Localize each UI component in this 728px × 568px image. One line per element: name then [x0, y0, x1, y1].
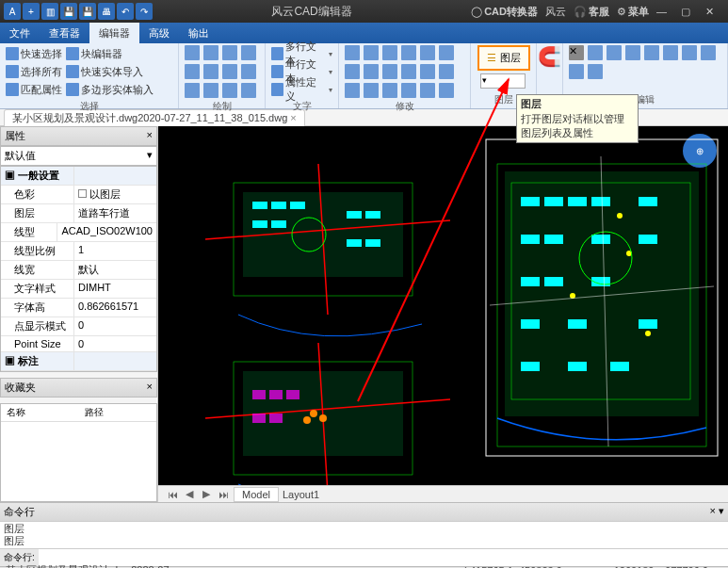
save-icon[interactable]: 💾 — [60, 3, 77, 20]
align-icon[interactable] — [420, 83, 435, 98]
draw-line-icon[interactable] — [185, 45, 200, 60]
table-row[interactable]: 线型ACAD_ISO02W100 — [1, 223, 156, 242]
match-props-button[interactable]: 匹配属性 — [6, 81, 62, 98]
select-all-button[interactable]: 选择所有 — [6, 63, 62, 80]
draw-ellipse-icon[interactable] — [203, 64, 218, 79]
pedit-icon[interactable] — [439, 83, 454, 98]
draw-poly-icon[interactable] — [185, 64, 200, 79]
tab-close-icon[interactable]: × — [290, 112, 296, 123]
scale-icon[interactable] — [420, 45, 435, 60]
explode-icon[interactable] — [382, 83, 397, 98]
undo-icon[interactable]: ↶ — [117, 3, 134, 20]
tab-viewer[interactable]: 查看器 — [40, 23, 89, 43]
command-header[interactable]: 命令行× ▾ — [0, 503, 728, 522]
fav-col-path[interactable]: 路径 — [79, 404, 157, 422]
ribbon-group-modify: 修改 — [339, 43, 471, 108]
chamfer-icon[interactable] — [401, 64, 416, 79]
draw-arc-icon[interactable] — [222, 45, 237, 60]
tab-advanced[interactable]: 高级 — [139, 23, 179, 43]
tab-export[interactable]: 输出 — [179, 23, 218, 43]
table-row[interactable]: 文字样式DIMHT — [1, 280, 156, 299]
fav-col-name[interactable]: 名称 — [1, 404, 79, 422]
props-icon[interactable] — [644, 45, 659, 60]
join-icon[interactable] — [364, 83, 379, 98]
draw-rect-icon[interactable] — [203, 45, 218, 60]
tab-model[interactable]: Model — [234, 487, 279, 502]
table-row[interactable]: 色彩 以图层 — [1, 186, 156, 204]
converter-link[interactable]: ◯ CAD转换器 — [471, 5, 538, 19]
fav-panel-header[interactable]: 收藏夹× — [0, 378, 157, 398]
panel-close-icon[interactable]: × ▾ — [710, 505, 724, 519]
attrdef-button[interactable]: 属性定义 — [271, 81, 332, 98]
table-row[interactable]: 字体高0.862661571 — [1, 299, 156, 317]
block-editor-button[interactable]: 块编辑器 — [66, 45, 154, 62]
tab-editor[interactable]: 编辑器 — [89, 23, 139, 43]
print-icon[interactable]: 🖶 — [98, 3, 115, 20]
edit4-icon[interactable] — [569, 64, 584, 79]
panel-close-icon[interactable]: × — [147, 381, 153, 395]
edit1-icon[interactable] — [663, 45, 678, 60]
close-button[interactable]: ✕ — [705, 6, 722, 18]
draw-point-icon[interactable] — [241, 64, 256, 79]
offset-icon[interactable] — [420, 64, 435, 79]
menu-link[interactable]: ⚙ 菜单 — [617, 5, 649, 19]
trim-icon[interactable] — [345, 64, 360, 79]
magnet-icon[interactable]: 🧲 — [538, 45, 561, 68]
draw-hatch-icon[interactable] — [185, 83, 200, 98]
tab-prev-icon[interactable]: ◀ — [183, 488, 196, 500]
edit5-icon[interactable] — [588, 64, 603, 79]
array-icon[interactable] — [439, 64, 454, 79]
fillet-icon[interactable] — [382, 64, 397, 79]
tab-first-icon[interactable]: ⏮ — [166, 489, 179, 500]
poly-entity-button[interactable]: 多边形实体输入 — [66, 81, 154, 98]
table-row[interactable]: Point Size0 — [1, 336, 156, 352]
draw-dim-icon[interactable] — [241, 83, 256, 98]
redo-icon[interactable]: ↷ — [136, 3, 153, 20]
edit2-icon[interactable] — [682, 45, 697, 60]
support-link[interactable]: 🎧 客服 — [574, 5, 609, 19]
fast-entity-button[interactable]: 快速实体导入 — [66, 63, 154, 80]
app-icon[interactable]: A — [4, 3, 21, 20]
layer-dropdown[interactable]: ▾ — [480, 73, 526, 89]
find-icon[interactable] — [625, 45, 640, 60]
props-panel-header[interactable]: 属性× — [0, 126, 157, 146]
draw-circle-icon[interactable] — [241, 45, 256, 60]
svg-rect-47 — [568, 362, 587, 371]
maximize-button[interactable]: ▢ — [681, 6, 698, 18]
minimize-button[interactable]: — — [656, 6, 673, 17]
svg-rect-23 — [252, 414, 266, 423]
table-row[interactable]: 线宽默认 — [1, 261, 156, 280]
tab-file[interactable]: 文件 — [0, 23, 40, 43]
drawing-canvas[interactable]: ⊕ — [158, 126, 728, 502]
tab-next-icon[interactable]: ▶ — [200, 488, 213, 500]
extend-icon[interactable] — [364, 64, 379, 79]
break-icon[interactable] — [345, 83, 360, 98]
draw-block-icon[interactable] — [222, 83, 237, 98]
new-icon[interactable]: + — [23, 3, 40, 20]
tab-last-icon[interactable]: ⏭ — [217, 489, 230, 500]
draw-region-icon[interactable] — [203, 83, 218, 98]
saveall-icon[interactable]: 💾 — [79, 3, 96, 20]
quick-select-button[interactable]: 快速选择 — [6, 45, 62, 62]
props-dropdown[interactable]: 默认值▾ — [0, 146, 157, 166]
move-icon[interactable] — [345, 45, 360, 60]
tab-layout1[interactable]: Layout1 — [283, 489, 319, 500]
table-row[interactable]: 点显示模式0 — [1, 317, 156, 336]
layer-button[interactable]: ☰ 图层 — [477, 45, 530, 71]
svg-rect-36 — [521, 235, 540, 244]
edit3-icon[interactable] — [701, 45, 716, 60]
rotate-icon[interactable] — [382, 45, 397, 60]
cut-icon[interactable]: ✕ — [569, 45, 584, 60]
copy-icon[interactable] — [364, 45, 379, 60]
brand-link[interactable]: 风云 — [545, 5, 566, 19]
open-icon[interactable]: ▥ — [41, 3, 58, 20]
panel-close-icon[interactable]: × — [147, 129, 153, 143]
erase-icon[interactable] — [401, 83, 416, 98]
copyclip-icon[interactable] — [588, 45, 603, 60]
table-row[interactable]: 线型比例1 — [1, 242, 156, 261]
stretch-icon[interactable] — [439, 45, 454, 60]
draw-spline-icon[interactable] — [222, 64, 237, 79]
table-row[interactable]: 图层道路车行道 — [1, 204, 156, 223]
mirror-icon[interactable] — [401, 45, 416, 60]
paste-icon[interactable] — [607, 45, 622, 60]
